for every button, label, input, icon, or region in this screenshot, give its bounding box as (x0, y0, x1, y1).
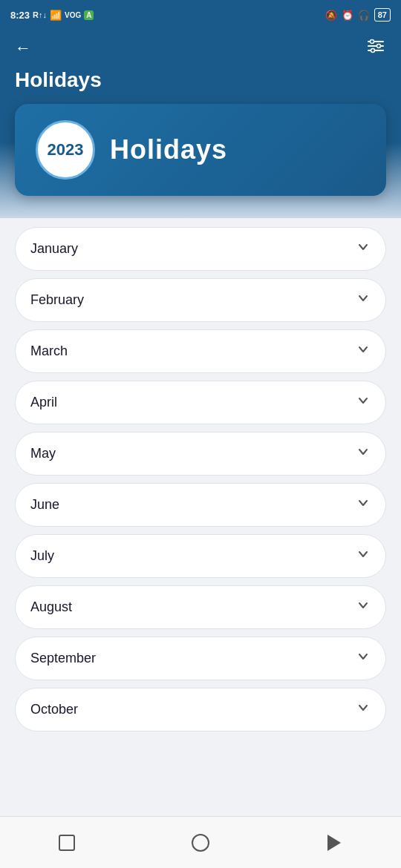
month-name-january: January (30, 241, 78, 257)
battery-display: 87 (374, 8, 391, 22)
chevron-icon-april (356, 393, 371, 412)
month-item-october[interactable]: October (15, 688, 386, 731)
month-name-february: February (30, 292, 84, 308)
triangle-icon (327, 835, 341, 851)
month-name-august: August (30, 599, 72, 615)
signal-icon: R↑↓ (33, 10, 47, 19)
chevron-icon-july (356, 547, 371, 565)
home-button[interactable] (56, 832, 78, 854)
month-item-june[interactable]: June (15, 483, 386, 527)
chevron-icon-june (356, 496, 371, 514)
month-name-july: July (30, 548, 54, 564)
time-display: 8:23 (10, 10, 30, 21)
month-item-july[interactable]: July (15, 534, 386, 578)
status-right: 🔕 ⏰ 🎧 87 (325, 8, 391, 22)
header-section: ← Holidays 2023 Holidays (0, 30, 401, 218)
chevron-icon-september (356, 649, 371, 668)
back-button[interactable]: ← (15, 39, 31, 58)
month-item-january[interactable]: January (15, 227, 386, 271)
svg-point-3 (371, 40, 374, 44)
month-item-september[interactable]: September (15, 637, 386, 680)
svg-point-5 (371, 49, 375, 53)
chevron-icon-january (356, 240, 371, 258)
square-icon (59, 835, 75, 851)
month-item-march[interactable]: March (15, 329, 386, 373)
alarm-icon: ⏰ (342, 10, 353, 21)
nav-row: ← (15, 36, 386, 61)
months-list: JanuaryFebruaryMarchAprilMayJuneJulyAugu… (0, 218, 401, 816)
chevron-icon-march (356, 342, 371, 361)
month-item-may[interactable]: May (15, 432, 386, 476)
status-left: 8:23 R↑↓ 📶 VOG A (10, 10, 94, 21)
circle-icon (192, 834, 209, 852)
back-nav-button[interactable] (189, 832, 212, 854)
month-name-september: September (30, 651, 96, 666)
month-name-may: May (30, 446, 56, 461)
month-item-april[interactable]: April (15, 381, 386, 424)
chevron-icon-october (356, 700, 371, 719)
month-name-april: April (30, 395, 57, 410)
year-circle: 2023 (36, 120, 95, 180)
bottom-nav (0, 816, 401, 868)
status-bar: 8:23 R↑↓ 📶 VOG A 🔕 ⏰ 🎧 87 (0, 0, 401, 30)
page-title: Holidays (15, 68, 386, 92)
year-card: 2023 Holidays (15, 104, 386, 196)
year-label: Holidays (110, 134, 227, 165)
chevron-icon-august (356, 598, 371, 617)
month-item-august[interactable]: August (15, 585, 386, 629)
filter-button[interactable] (365, 36, 386, 61)
month-item-february[interactable]: February (15, 278, 386, 322)
month-name-june: June (30, 497, 59, 513)
chevron-icon-february (356, 291, 371, 309)
svg-point-4 (377, 45, 381, 48)
signal-bars: 📶 (50, 10, 62, 21)
recent-button[interactable] (323, 832, 345, 854)
chevron-icon-may (356, 444, 371, 463)
month-name-october: October (30, 702, 78, 717)
filter-icon (365, 36, 386, 56)
month-name-march: March (30, 343, 68, 359)
data-icon: A (84, 10, 94, 20)
headphone-icon: 🎧 (358, 10, 370, 21)
network-icon: VOG (65, 11, 81, 19)
mute-icon: 🔕 (325, 10, 337, 21)
